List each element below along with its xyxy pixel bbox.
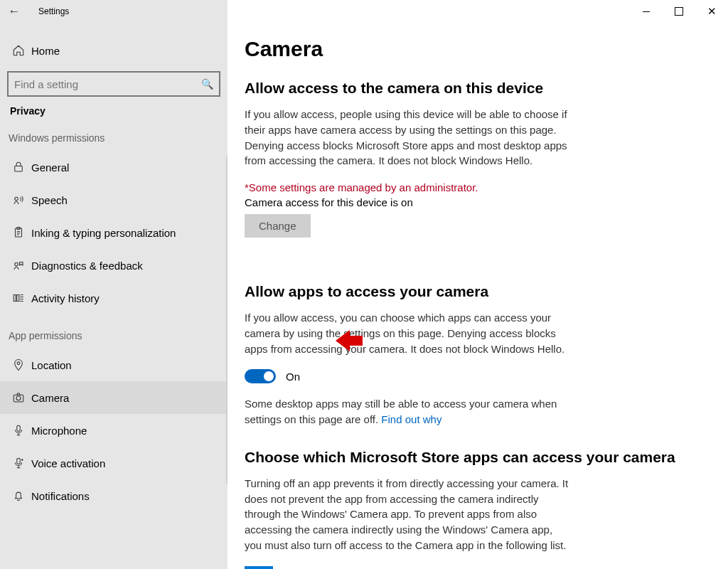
nav-label: Speech: [31, 194, 68, 206]
search-input[interactable]: [9, 78, 195, 90]
section-heading: Allow apps to access your camera: [245, 283, 711, 300]
search-box[interactable]: 🔍: [7, 71, 220, 97]
svg-rect-10: [17, 425, 21, 431]
camera-icon: [9, 391, 28, 404]
nav-activity[interactable]: Activity history: [0, 282, 228, 314]
app-row-3d-viewer: 3D Viewer Off: [245, 566, 711, 570]
location-icon: [9, 358, 28, 371]
desktop-apps-note: Some desktop apps may still be able to a…: [245, 396, 572, 427]
close-button[interactable]: ✕: [695, 0, 728, 23]
nav-label: Camera: [31, 392, 69, 404]
titlebar: ← Settings ✕: [0, 0, 728, 23]
nav-inking[interactable]: Inking & typing personalization: [0, 216, 228, 249]
svg-point-7: [17, 362, 20, 365]
nav-speech[interactable]: Speech: [0, 184, 228, 216]
group-app-permissions: App permissions: [0, 314, 228, 349]
section-device-access: Allow access to the camera on this devic…: [245, 80, 711, 262]
section-heading: Allow access to the camera on this devic…: [245, 80, 711, 97]
home-icon: [9, 44, 28, 57]
device-access-state: Camera access for this device is on: [245, 196, 711, 208]
nav-label: Activity history: [31, 292, 100, 304]
clipboard-icon: [9, 226, 28, 239]
minimize-button[interactable]: [630, 0, 663, 23]
section-description: If you allow access, you can choose whic…: [245, 310, 572, 356]
svg-point-12: [22, 459, 23, 461]
feedback-icon: [9, 259, 28, 272]
microphone-icon: [9, 424, 28, 437]
maximize-button[interactable]: [663, 0, 695, 23]
history-icon: [9, 292, 28, 304]
nav-camera[interactable]: Camera: [0, 381, 228, 414]
svg-point-4: [15, 262, 18, 266]
change-button[interactable]: Change: [245, 214, 311, 238]
app-icon-3d-viewer: [245, 566, 273, 570]
svg-rect-5: [14, 295, 16, 302]
toggle-state-label: On: [286, 371, 300, 383]
nav-diagnostics[interactable]: Diagnostics & feedback: [0, 249, 228, 282]
nav-location[interactable]: Location: [0, 349, 228, 381]
voice-icon: [9, 457, 28, 469]
svg-rect-11: [17, 458, 21, 464]
nav-home-label: Home: [31, 45, 60, 57]
nav-microphone[interactable]: Microphone: [0, 414, 228, 447]
lock-icon: [9, 161, 28, 174]
svg-rect-6: [17, 295, 19, 302]
find-out-why-link[interactable]: Find out why: [381, 413, 441, 425]
search-icon: 🔍: [195, 78, 219, 90]
nav-label: Inking & typing personalization: [31, 227, 176, 239]
svg-point-9: [16, 396, 21, 400]
section-apps-access: Allow apps to access your camera If you …: [245, 283, 711, 427]
speech-icon: [9, 193, 28, 206]
page-title: Camera: [245, 37, 711, 61]
apps-access-toggle[interactable]: [245, 369, 276, 383]
bell-icon: [9, 489, 28, 502]
nav-label: Diagnostics & feedback: [31, 260, 143, 272]
nav-label: Voice activation: [31, 457, 105, 469]
nav-label: Microphone: [31, 425, 87, 437]
admin-warning: *Some settings are managed by an adminis…: [245, 181, 711, 193]
category-label: Privacy: [0, 102, 228, 117]
nav-label: Location: [31, 359, 72, 371]
svg-rect-0: [15, 166, 23, 172]
section-heading: Choose which Microsoft Store apps can ac…: [245, 449, 711, 466]
back-button[interactable]: ←: [0, 4, 28, 18]
section-choose-apps: Choose which Microsoft Store apps can ac…: [245, 449, 711, 569]
section-description: Turning off an app prevents it from dire…: [245, 476, 572, 553]
nav-home[interactable]: Home: [0, 34, 228, 67]
nav-voice-activation[interactable]: Voice activation: [0, 447, 228, 479]
svg-point-1: [15, 197, 18, 201]
nav-notifications[interactable]: Notifications: [0, 479, 228, 512]
window-title: Settings: [38, 6, 69, 16]
section-description: If you allow access, people using this d…: [245, 107, 572, 169]
nav-label: Notifications: [31, 490, 90, 502]
nav-label: General: [31, 161, 69, 174]
main-content: Camera Allow access to the camera on thi…: [228, 23, 728, 569]
group-windows-permissions: Windows permissions: [0, 117, 228, 151]
nav-general[interactable]: General: [0, 151, 228, 184]
sidebar: Home 🔍 Privacy Windows permissions Gener…: [0, 23, 228, 569]
